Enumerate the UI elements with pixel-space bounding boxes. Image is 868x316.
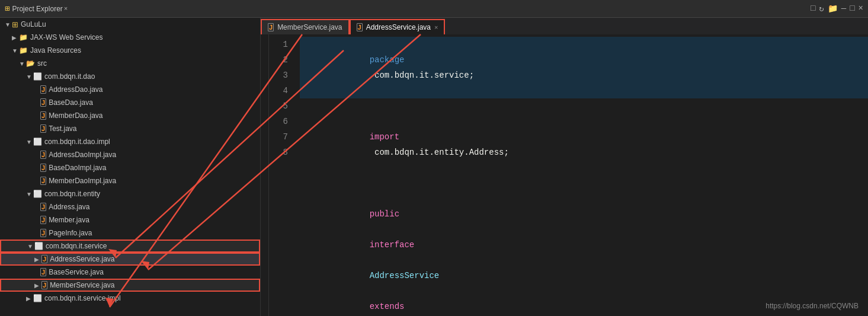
project-icon: ⊞ — [12, 20, 18, 29]
arrow-entity — [26, 191, 32, 197]
tree-item-address-service[interactable]: J AddressService.java — [0, 253, 260, 266]
tab-close-icon[interactable]: × — [434, 24, 438, 31]
label-com-bdqn-service: com.bdqn.it.service — [46, 242, 107, 250]
tab-address-icon: J — [357, 23, 363, 31]
tab-member-label: MemberService.java — [277, 23, 342, 31]
arrow-src — [19, 60, 25, 67]
java-icon6: J — [40, 164, 46, 172]
tree-item-java-resources[interactable]: 📁 Java Resources — [0, 44, 260, 57]
line-num-6: 6 — [269, 114, 288, 129]
package-icon3: ⬜ — [33, 190, 42, 198]
dash-icon[interactable]: — — [841, 4, 846, 14]
tree-item-address-dao[interactable]: J AddressDao.java — [0, 83, 260, 96]
arrow-gululu — [5, 21, 11, 28]
code-interface-name: AddressService — [370, 271, 440, 280]
tree-item-base-service[interactable]: J BaseService.java — [0, 266, 260, 279]
java-icon7: J — [40, 177, 46, 185]
code-package-name: com.bdqn.it.service; — [370, 71, 474, 80]
java-icon5: J — [40, 151, 46, 159]
code-import-name: com.bdqn.it.entity.Address; — [370, 148, 509, 157]
tree-item-src[interactable]: 📂 src — [0, 57, 260, 70]
java-icon3: J — [40, 111, 46, 120]
label-member-dao: MemberDao.java — [49, 111, 103, 120]
code-space2 — [370, 256, 374, 265]
toolbar-close-x[interactable]: × — [64, 5, 68, 12]
line-num-3: 3 — [269, 68, 288, 83]
tree-item-address[interactable]: J Address.java — [0, 200, 260, 213]
label-member-service: MemberService.java — [50, 281, 114, 289]
label-address-service: AddressService.java — [50, 255, 114, 263]
tree-item-base-dao-impl[interactable]: J BaseDaoImpl.java — [0, 161, 260, 174]
tree-item-test[interactable]: J Test.java — [0, 122, 260, 135]
label-address-dao: AddressDao.java — [49, 85, 103, 94]
code-line-2 — [300, 98, 868, 114]
kw-interface: interface — [370, 240, 415, 250]
line-num-2: 2 — [269, 52, 288, 68]
tree-item-member[interactable]: J Member.java — [0, 213, 260, 226]
tree-item-base-dao[interactable]: J BaseDao.java — [0, 96, 260, 109]
tree-item-com-bdqn-dao[interactable]: ⬜ com.bdqn.it.dao — [0, 70, 260, 83]
package-icon4: ⬜ — [34, 242, 43, 250]
label-address-dao-impl: AddressDaoImpl.java — [49, 151, 116, 159]
code-space1 — [370, 225, 374, 234]
tab-address-label: AddressService.java — [366, 23, 431, 31]
arrow-jaxws — [12, 34, 18, 41]
line-num-4: 4 — [269, 83, 288, 98]
folder-icon: 📁 — [19, 33, 28, 42]
line-numbers: 1 2 3 4 5 6 7 8 — [269, 34, 293, 316]
java-icon9: J — [40, 216, 46, 224]
code-line-3: import com.bdqn.it.entity.Address; — [300, 114, 868, 175]
label-com-bdqn-dao-impl: com.bdqn.it.dao.impl — [44, 138, 110, 146]
code-content[interactable]: package com.bdqn.it.service; import com.… — [293, 34, 868, 316]
tree-item-com-bdqn-entity[interactable]: ⬜ com.bdqn.it.entity — [0, 187, 260, 200]
close-toolbar-icon[interactable]: × — [859, 4, 863, 14]
java-icon12: J — [40, 268, 46, 276]
label-base-dao: BaseDao.java — [49, 98, 93, 107]
java-icon10: J — [40, 229, 46, 237]
tree-item-com-bdqn-dao-impl[interactable]: ⬜ com.bdqn.it.dao.impl — [0, 135, 260, 148]
package-icon5: ⬜ — [33, 294, 42, 302]
label-test: Test.java — [49, 125, 76, 133]
tab-address-service[interactable]: J AddressService.java × — [350, 19, 446, 34]
watermark: https://blog.csdn.net/CQWNB — [765, 302, 859, 310]
line-num-1: 1 — [269, 37, 288, 52]
label-address: Address.java — [49, 203, 89, 211]
code-line-1: package com.bdqn.it.service; — [300, 37, 868, 98]
tree-item-com-bdqn-service-impl[interactable]: ⬜ com.bdqn.it.service.impl — [0, 292, 260, 305]
arrow-leaf11 — [34, 256, 40, 263]
java-icon4: J — [40, 125, 46, 133]
folder-icon[interactable]: 📁 — [828, 4, 838, 14]
label-java-resources: Java Resources — [30, 46, 81, 55]
minimize-icon[interactable]: □ — [811, 4, 815, 14]
arrow-dao — [26, 74, 32, 80]
tree-item-com-bdqn-service[interactable]: ⬜ com.bdqn.it.service — [0, 240, 260, 253]
tree-item-address-dao-impl[interactable]: J AddressDaoImpl.java — [0, 148, 260, 161]
tree-item-pageinfo[interactable]: J PageInfo.java — [0, 226, 260, 240]
toolbar: ⊞ Project Explorer × □ ↻ 📁 — □ × — [0, 0, 868, 18]
toolbar-icons: □ ↻ 📁 — □ × — [811, 4, 863, 14]
project-icon: ⊞ — [5, 4, 9, 14]
tree-item-gululu[interactable]: ⊞ GuLuLu — [0, 18, 260, 31]
expand-icon[interactable]: □ — [850, 4, 854, 14]
label-member-dao-impl: MemberDaoImpl.java — [49, 177, 116, 185]
kw-import: import — [370, 132, 399, 142]
line-num-8: 8 — [269, 145, 288, 160]
label-com-bdqn-dao: com.bdqn.it.dao — [44, 72, 95, 81]
src-icon: 📂 — [26, 59, 35, 68]
tree-item-member-service[interactable]: J MemberService.java — [0, 279, 260, 292]
tab-bar: J MemberService.java J AddressService.ja… — [261, 18, 868, 34]
label-member: Member.java — [49, 216, 89, 224]
line-num-5: 5 — [269, 98, 288, 114]
tree-item-member-dao[interactable]: J MemberDao.java — [0, 109, 260, 122]
java-icon8: J — [40, 203, 46, 211]
refresh-icon[interactable]: ↻ — [819, 4, 824, 14]
label-src: src — [37, 59, 47, 68]
tree-item-jaxws[interactable]: 📁 JAX-WS Web Services — [0, 31, 260, 44]
line-num-7: 7 — [269, 129, 288, 145]
tree-item-member-dao-impl[interactable]: J MemberDaoImpl.java — [0, 174, 260, 187]
label-base-dao-impl: BaseDaoImpl.java — [49, 164, 106, 172]
tab-member-service[interactable]: J MemberService.java — [261, 19, 350, 34]
java-icon13: J — [41, 281, 47, 289]
java-icon11: J — [41, 255, 47, 263]
label-com-bdqn-service-impl: com.bdqn.it.service.impl — [44, 294, 121, 302]
